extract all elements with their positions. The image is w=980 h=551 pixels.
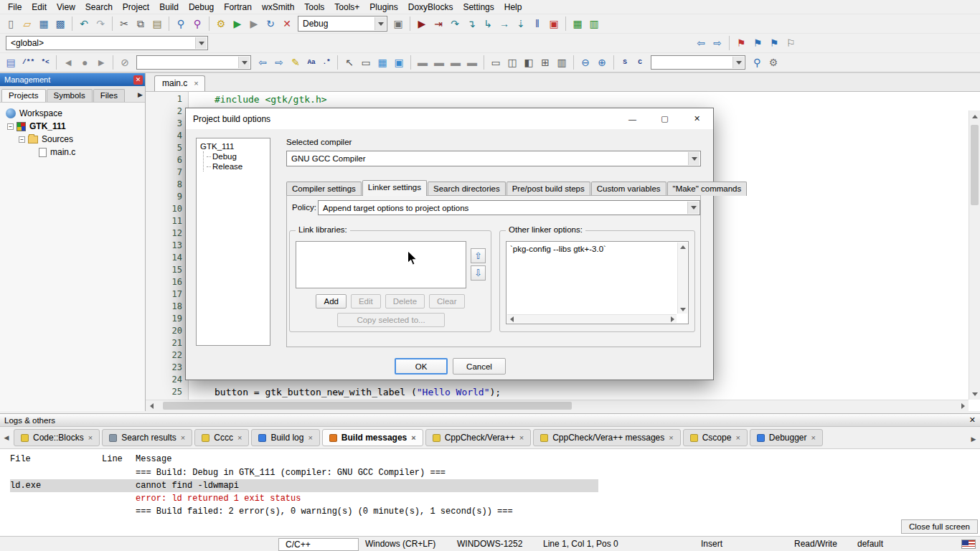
- textarea-horizontal-scrollbar[interactable]: [507, 314, 677, 323]
- textarea-vertical-scrollbar[interactable]: [677, 242, 687, 314]
- align-right-icon[interactable]: ▬: [448, 55, 463, 70]
- toggle-bookmark-icon[interactable]: ⚑: [733, 35, 749, 51]
- close-full-screen-button[interactable]: Close full screen: [901, 519, 978, 534]
- step-into-icon[interactable]: ↴: [463, 16, 479, 32]
- new-file-icon[interactable]: ▯: [3, 16, 19, 32]
- horizontal-scroll-thumb[interactable]: [163, 402, 572, 410]
- widget-shade-icon[interactable]: ◧: [521, 55, 537, 70]
- log-tab[interactable]: Search results ×: [102, 429, 192, 446]
- save-all-icon[interactable]: ▩: [52, 16, 68, 32]
- tree-item-sources[interactable]: − Sources: [1, 133, 143, 146]
- build-options-tab[interactable]: "Make" commands: [667, 182, 748, 196]
- build-message-row[interactable]: === Build: Debug in GTK_111 (compiler: G…: [10, 466, 980, 479]
- doxyblocks-extract-icon[interactable]: ▤: [3, 55, 19, 70]
- tab-close-icon[interactable]: ×: [194, 80, 198, 88]
- management-tab[interactable]: Files: [93, 89, 125, 102]
- step-out-icon[interactable]: ↳: [480, 16, 496, 32]
- chevron-right-icon[interactable]: ▶: [138, 91, 143, 98]
- ok-button[interactable]: OK: [395, 358, 448, 375]
- forward-icon[interactable]: ⇨: [710, 35, 725, 51]
- column-header[interactable]: File: [10, 454, 102, 464]
- build-options-tab[interactable]: Search directories: [428, 182, 506, 196]
- menu-item[interactable]: File: [3, 1, 27, 13]
- jump-current-icon[interactable]: ●: [77, 55, 93, 70]
- copy-selected-to-button[interactable]: Copy selected to...: [337, 313, 445, 327]
- build-options-tab[interactable]: Pre/post build steps: [507, 182, 590, 196]
- log-tab[interactable]: Debugger ×: [750, 429, 823, 446]
- tab-scroll-right-icon[interactable]: ▶: [969, 433, 979, 446]
- maximize-icon[interactable]: ▢: [649, 108, 681, 129]
- tab-close-icon[interactable]: ×: [237, 434, 242, 442]
- scope-combo[interactable]: <global>: [6, 36, 208, 50]
- vertical-scroll-thumb[interactable]: [971, 125, 979, 205]
- build-options-tab[interactable]: Compiler settings: [286, 182, 362, 196]
- build-and-run-icon[interactable]: ▶: [246, 16, 262, 32]
- wxsmith-pointer-icon[interactable]: ↖: [341, 55, 357, 70]
- editor-tab-main-c[interactable]: main.c ×: [154, 75, 205, 91]
- thread-search-input[interactable]: [651, 55, 745, 70]
- minimize-icon[interactable]: —: [616, 108, 649, 129]
- menu-item[interactable]: Fortran: [219, 1, 257, 13]
- menu-item[interactable]: Search: [80, 1, 118, 13]
- menu-item[interactable]: View: [52, 1, 80, 13]
- log-tab[interactable]: CppCheck/Vera++ messages ×: [533, 429, 681, 446]
- collapse-icon[interactable]: −: [7, 123, 14, 130]
- clear-bookmarks-icon[interactable]: ⚐: [783, 35, 798, 51]
- menu-item[interactable]: Project: [118, 1, 154, 13]
- menu-item[interactable]: Debug: [184, 1, 219, 13]
- widget-list-icon[interactable]: ▥: [554, 55, 570, 70]
- incsearch-prev-icon[interactable]: ⇦: [255, 55, 270, 70]
- regex-icon[interactable]: .*: [319, 55, 334, 70]
- widget-border-icon[interactable]: ▭: [488, 55, 504, 70]
- scroll-left-icon[interactable]: [507, 315, 516, 323]
- menu-item[interactable]: wxSmith: [257, 1, 299, 13]
- open-file-icon[interactable]: ▱: [19, 16, 35, 32]
- dialog-titlebar[interactable]: Project build options — ▢ ✕: [186, 108, 713, 129]
- scroll-up-icon[interactable]: [678, 242, 687, 251]
- stop-debugger-icon[interactable]: ▣: [546, 16, 562, 32]
- cut-icon[interactable]: ✂: [116, 16, 132, 32]
- log-tab[interactable]: Build log ×: [251, 429, 319, 446]
- menu-item[interactable]: Build: [154, 1, 184, 13]
- widget-split-icon[interactable]: ◫: [504, 55, 520, 70]
- scroll-right-icon[interactable]: [668, 315, 677, 323]
- build-target-item[interactable]: Release: [205, 161, 268, 171]
- jump-forward-icon[interactable]: ►: [93, 55, 109, 70]
- log-tab[interactable]: Cscope ×: [683, 429, 748, 446]
- copy-icon[interactable]: ⧉: [133, 16, 149, 32]
- build-message-row[interactable]: ld.exe cannot find -ldwmapi: [10, 479, 598, 492]
- next-line-icon[interactable]: ↷: [447, 16, 463, 32]
- wxsmith-image-icon[interactable]: ▦: [374, 55, 390, 70]
- settings-wrench-icon[interactable]: ⚙: [765, 55, 781, 70]
- align-left-icon[interactable]: ▬: [415, 55, 430, 70]
- menu-item[interactable]: DoxyBlocks: [403, 1, 458, 13]
- build-target-project[interactable]: GTK_111: [199, 141, 268, 151]
- build-options-tab[interactable]: Linker settings: [362, 180, 427, 196]
- break-debugger-icon[interactable]: ‖: [529, 16, 545, 32]
- build-options-tab[interactable]: Custom variables: [591, 182, 666, 196]
- incsearch-next-icon[interactable]: ⇨: [271, 55, 287, 70]
- abort-build-icon[interactable]: ✕: [279, 16, 295, 32]
- build-target-combo[interactable]: Debug: [298, 16, 387, 32]
- select-target-icon[interactable]: ▣: [390, 16, 406, 32]
- build-message-row[interactable]: === Build failed: 2 error(s), 0 warning(…: [10, 505, 980, 518]
- next-bookmark-icon[interactable]: ⚑: [766, 35, 782, 51]
- management-tab[interactable]: Projects: [1, 89, 46, 102]
- menu-item[interactable]: Tools+: [329, 1, 364, 13]
- column-header[interactable]: Line: [102, 454, 136, 464]
- rebuild-icon[interactable]: ↻: [263, 16, 278, 32]
- collapse-icon[interactable]: −: [19, 136, 25, 143]
- doxyblocks-block-comment-icon[interactable]: /**: [19, 55, 37, 70]
- incremental-search-input[interactable]: [136, 55, 251, 70]
- menu-item[interactable]: Tools: [299, 1, 329, 13]
- menu-item[interactable]: Edit: [27, 1, 52, 13]
- tree-item-file[interactable]: main.c: [1, 146, 143, 159]
- tab-close-icon[interactable]: ×: [88, 434, 93, 442]
- tab-close-icon[interactable]: ×: [811, 434, 816, 442]
- scroll-up-icon[interactable]: [969, 110, 980, 122]
- editor-horizontal-scrollbar[interactable]: [146, 400, 969, 411]
- prev-bookmark-icon[interactable]: ⚑: [750, 35, 765, 51]
- debug-continue-icon[interactable]: ▶: [414, 16, 430, 32]
- move-up-button[interactable]: ⇧: [471, 248, 486, 263]
- tree-item-workspace[interactable]: Workspace: [1, 107, 143, 120]
